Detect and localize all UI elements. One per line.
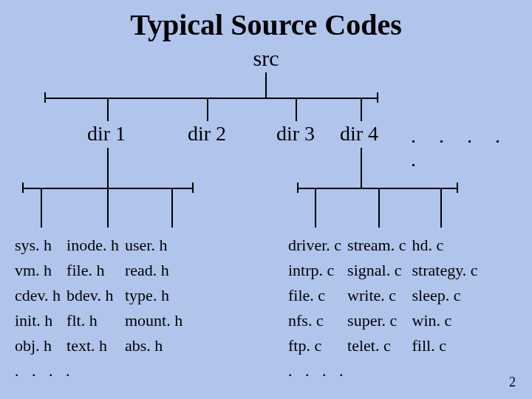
tree-drop-dir3 bbox=[296, 98, 297, 121]
list-item: cdev. hbdev. htype. h bbox=[15, 284, 187, 307]
dir-label-4: dir 4 bbox=[340, 122, 378, 146]
tree-drop-dir4 bbox=[361, 98, 362, 121]
dir-ellipsis: . . . . . bbox=[411, 124, 532, 171]
tree-tick-dir1-left bbox=[22, 183, 24, 193]
list-item: vm. hfile. hread. h bbox=[15, 259, 187, 282]
tree-drop-dir1-c bbox=[171, 188, 173, 228]
tree-tick-dir4-left bbox=[297, 183, 299, 193]
tree-root-label: src bbox=[0, 46, 532, 71]
tree-drop-dir2 bbox=[207, 98, 208, 121]
tree-drop-dir1 bbox=[107, 98, 109, 121]
list-item: file. cwrite. csleep. c bbox=[288, 284, 482, 307]
tree-stem-dir1 bbox=[107, 148, 109, 188]
tree-drop-dir1-a bbox=[41, 188, 42, 228]
list-ellipsis: . . . . bbox=[15, 359, 187, 383]
tree-tick-dir4-right bbox=[457, 183, 458, 193]
dir-label-1: dir 1 bbox=[87, 122, 126, 146]
tree-hbar-dir4 bbox=[297, 188, 457, 189]
tree-tick-dir1-right bbox=[192, 183, 194, 193]
tree-tick-hbar-right bbox=[377, 92, 378, 103]
dir-label-2: dir 2 bbox=[188, 122, 226, 146]
file-list-right: driver. cstream. chd. c intrp. csignal. … bbox=[287, 232, 483, 384]
list-item: sys. hinode. huser. h bbox=[15, 233, 187, 257]
page-title: Typical Source Codes bbox=[0, 7, 532, 42]
tree-drop-dir4-b bbox=[378, 188, 380, 228]
list-item: init. hflt. hmount. h bbox=[15, 309, 187, 332]
tree-drop-dir4-c bbox=[440, 188, 442, 228]
list-item: driver. cstream. chd. c bbox=[288, 233, 482, 257]
tree-stem-dir4 bbox=[361, 148, 362, 188]
tree-tick-hbar-left bbox=[44, 92, 46, 103]
tree-drop-dir4-a bbox=[315, 188, 316, 228]
file-list-left: sys. hinode. huser. h vm. hfile. hread. … bbox=[13, 232, 188, 384]
list-item: nfs. csuper. cwin. c bbox=[288, 309, 482, 332]
page-number: 2 bbox=[509, 375, 516, 390]
list-item: ftp. ctelet. cfill. c bbox=[288, 334, 482, 358]
tree-hbar-dirs bbox=[44, 98, 377, 99]
tree-stem-root bbox=[265, 72, 267, 98]
list-ellipsis: . . . . bbox=[288, 359, 482, 383]
tree-drop-dir1-b bbox=[107, 188, 109, 228]
list-item: obj. htext. habs. h bbox=[15, 334, 187, 358]
dir-label-3: dir 3 bbox=[276, 122, 315, 146]
list-item: intrp. csignal. cstrategy. c bbox=[288, 259, 482, 282]
